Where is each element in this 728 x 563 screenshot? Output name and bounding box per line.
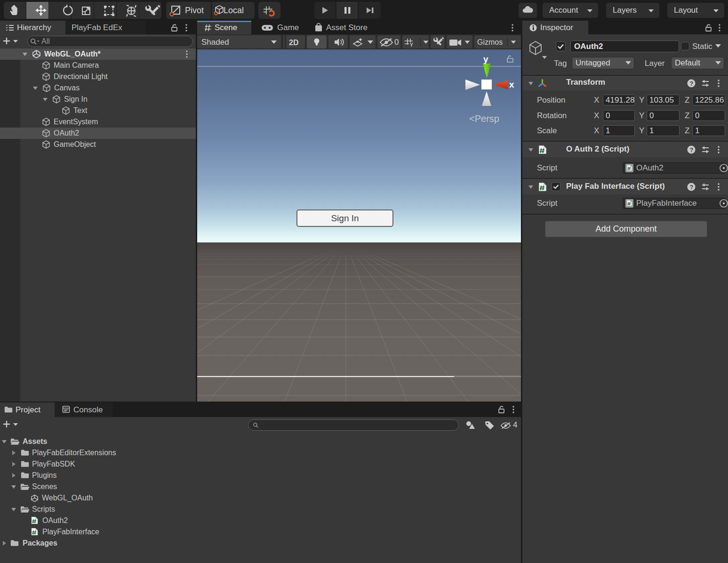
- svg-text:?: ?: [690, 80, 694, 87]
- svg-text:y: y: [483, 54, 488, 64]
- svg-text:?: ?: [690, 184, 694, 191]
- svg-text:<Persp: <Persp: [469, 113, 499, 124]
- svg-text:x: x: [509, 80, 514, 89]
- svg-text:Y: Y: [410, 42, 413, 48]
- svg-text:?: ?: [690, 146, 694, 153]
